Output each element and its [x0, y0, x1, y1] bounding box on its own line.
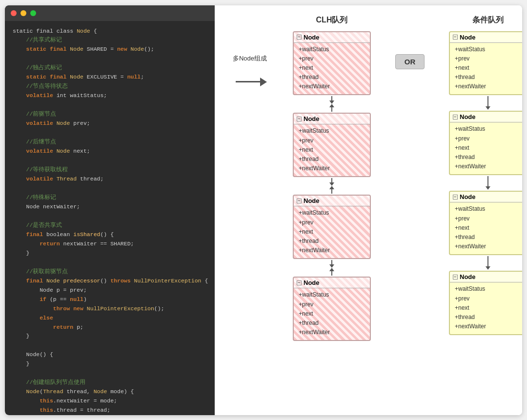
cond-column: 条件队列 − Node +waitStatus +prev +next +thr…	[439, 15, 522, 336]
field-3: +next	[299, 63, 365, 73]
field-3: +next	[455, 63, 521, 73]
node-body: +waitStatus +prev +next +thread +nextWai…	[450, 282, 522, 334]
field-3: +next	[299, 309, 365, 319]
code-panel: static final class Node { //共享式标记 static…	[5, 5, 215, 415]
node-header: − Node	[450, 272, 522, 282]
node-body: +waitStatus +prev +next +thread +nextWai…	[450, 122, 522, 174]
minus-icon: −	[453, 115, 458, 120]
close-dot[interactable]	[11, 10, 17, 16]
code-line	[13, 341, 207, 350]
code-line: volatile int waitStatus;	[13, 91, 207, 100]
minus-icon: −	[297, 199, 302, 203]
cond-node-2: − Node +waitStatus +prev +next +thread +…	[449, 111, 522, 175]
node-header: − Node	[450, 32, 522, 43]
maximize-dot[interactable]	[30, 10, 36, 16]
field-5: +nextWaiter	[455, 322, 521, 331]
node-header: − Node	[294, 32, 370, 43]
minus-icon: −	[297, 117, 302, 121]
code-line: volatile Node next;	[13, 147, 207, 156]
field-5: +nextWaiter	[299, 246, 365, 255]
field-1: +waitStatus	[455, 45, 521, 54]
minimize-dot[interactable]	[20, 10, 26, 16]
clh-column: CLH队列 − Node +waitStatus +prev +next +th…	[283, 15, 381, 341]
field-1: +waitStatus	[299, 126, 365, 136]
field-1: +waitStatus	[455, 284, 521, 294]
node-title: Node	[304, 34, 320, 41]
code-line: static final Node EXCLUSIVE = null;	[13, 73, 207, 82]
code-line	[13, 212, 207, 221]
code-line: //等待获取线程	[13, 165, 207, 175]
field-4: +thread	[455, 313, 521, 322]
code-line: this.thread = thread;	[13, 406, 207, 415]
code-line: }	[13, 249, 207, 258]
field-2: +prev	[455, 294, 521, 303]
minus-icon: −	[453, 195, 458, 200]
minus-icon: −	[297, 280, 302, 285]
clh-node-4: − Node +waitStatus +prev +next +thread +…	[293, 277, 371, 341]
node-header: − Node	[294, 114, 370, 124]
field-2: +prev	[299, 300, 365, 309]
field-2: +prev	[299, 54, 365, 63]
clh-node-2: − Node +waitStatus +prev +next +thread +…	[293, 113, 371, 177]
diagram-inner: 多Node组成 CLH队列 − Node +waitStatus	[220, 15, 522, 410]
code-line: static final class Node {	[13, 27, 207, 36]
node-title: Node	[460, 34, 476, 41]
field-5: +nextWaiter	[455, 162, 521, 171]
node-title: Node	[460, 193, 476, 200]
code-line: //前驱节点	[13, 110, 207, 119]
code-line	[13, 258, 207, 267]
code-line: final boolean isShared() {	[13, 230, 207, 240]
code-line: Node(Thread thread, Node mode) {	[13, 387, 207, 397]
node-body: +waitStatus +prev +next +thread +nextWai…	[450, 202, 522, 254]
field-2: +prev	[299, 218, 365, 227]
clh-node-3: − Node +waitStatus +prev +next +thread +…	[293, 195, 371, 259]
code-line: //后继节点	[13, 138, 207, 147]
code-line: //获取前驱节点	[13, 267, 207, 277]
minus-icon: −	[297, 35, 302, 40]
code-line: return nextWaiter == SHARED;	[13, 240, 207, 249]
node-body: +waitStatus +prev +next +thread +nextWai…	[294, 288, 370, 340]
node-header: − Node	[294, 196, 370, 206]
node-title: Node	[460, 273, 476, 280]
code-line: Node p = prev;	[13, 286, 207, 295]
code-line: }	[13, 332, 207, 341]
minus-icon: −	[453, 275, 458, 280]
field-4: +thread	[455, 153, 521, 162]
node-body: +waitStatus +prev +next +thread +nextWai…	[450, 43, 522, 95]
field-4: +thread	[455, 233, 521, 242]
field-3: +next	[299, 145, 365, 155]
field-5: +nextWaiter	[299, 164, 365, 173]
node-header: − Node	[450, 112, 522, 122]
field-1: +waitStatus	[299, 290, 365, 300]
clh-title: CLH队列	[316, 15, 348, 25]
code-content: static final class Node { //共享式标记 static…	[5, 21, 215, 415]
code-line: if (p == null)	[13, 295, 207, 304]
code-line: //共享式标记	[13, 36, 207, 45]
code-line: final Node predecessor() throws NullPoin…	[13, 277, 207, 286]
code-line: throw new NullPointerException();	[13, 304, 207, 314]
code-line	[13, 156, 207, 165]
code-line: return p;	[13, 323, 207, 332]
code-line: volatile Node prev;	[13, 119, 207, 128]
arrow-shaft	[236, 81, 260, 82]
node-title: Node	[304, 197, 320, 204]
node-title: Node	[460, 113, 476, 120]
main-container: static final class Node { //共享式标记 static…	[5, 5, 522, 415]
cond-node-3: − Node +waitStatus +prev +next +thread +…	[449, 191, 522, 255]
minus-icon: −	[453, 35, 458, 40]
code-line: else	[13, 314, 207, 323]
code-line: static final Node SHARED = new Node();	[13, 45, 207, 54]
node-body: +waitStatus +prev +next +thread +nextWai…	[294, 206, 370, 258]
field-3: +next	[455, 223, 521, 233]
field-4: +thread	[299, 73, 365, 82]
field-1: +waitStatus	[299, 45, 365, 54]
field-4: +thread	[299, 237, 365, 246]
or-box: OR	[395, 54, 425, 69]
node-header: − Node	[450, 192, 522, 202]
code-line: //是否共享式	[13, 221, 207, 230]
arrow-head	[260, 78, 267, 86]
field-2: +prev	[455, 214, 521, 223]
code-line: //特殊标记	[13, 193, 207, 202]
field-4: +thread	[299, 155, 365, 164]
or-column: OR	[381, 15, 439, 69]
